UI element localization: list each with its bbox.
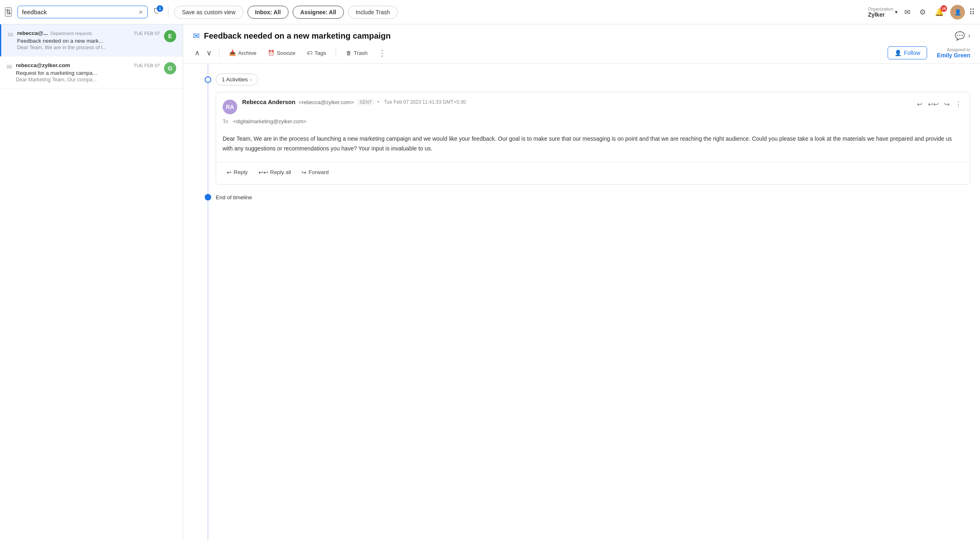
avatar[interactable]: 👤 bbox=[950, 5, 965, 20]
message-timestamp: Tue Feb 07 2023 11:41:33 GMT+5:30 bbox=[384, 99, 466, 105]
email-preview: Dear Team, We are in the process of l... bbox=[17, 45, 160, 50]
email-date: TUE FEB 07 bbox=[133, 31, 160, 36]
save-custom-view-button[interactable]: Save as custom view bbox=[174, 6, 243, 19]
tags-button[interactable]: 🏷 Tags bbox=[303, 48, 330, 58]
snooze-icon: ⏰ bbox=[268, 50, 275, 56]
search-input[interactable] bbox=[22, 9, 136, 15]
org-selector[interactable]: Organization Zylker ▾ bbox=[868, 7, 898, 18]
expand-icon[interactable]: › bbox=[968, 32, 970, 39]
forward-button[interactable]: ↪ Forward bbox=[298, 167, 333, 178]
chat-icon[interactable]: 💬 bbox=[955, 31, 965, 41]
top-bar: ⇅ ✕ ⛉ 1 Save as custom view Inbox: All A… bbox=[0, 0, 980, 24]
message-reply-actions: ↩ Reply ↩↩ Reply all ↪ Forward bbox=[216, 162, 970, 184]
assignee-filter-button[interactable]: Assignee: All bbox=[293, 6, 344, 19]
inbox-value: All bbox=[273, 9, 281, 15]
reply-all-icon: ↩↩ bbox=[258, 169, 268, 176]
email-content: rebecca@zylker.com TUE FEB 07 Request fo… bbox=[16, 62, 160, 83]
grid-icon[interactable]: ⠿ bbox=[969, 7, 975, 17]
assigned-to: Assigned to Emily Green bbox=[937, 47, 970, 59]
end-dot bbox=[205, 194, 211, 200]
reply-quick-button[interactable]: ↩ bbox=[915, 99, 924, 110]
sender-avatar: RA bbox=[223, 100, 237, 114]
archive-button[interactable]: 📥 Archive bbox=[225, 48, 260, 58]
email-icon: ✉ bbox=[7, 63, 12, 71]
toolbar-separator bbox=[219, 48, 219, 58]
message-header: RA Rebecca Anderson <rebecca@zylker.com>… bbox=[216, 92, 970, 118]
email-subject: Request for a marketing campa... bbox=[16, 70, 160, 76]
timeline-dot bbox=[205, 76, 211, 83]
email-list-item[interactable]: ✉ rebecca@zylker.com TUE FEB 07 Request … bbox=[0, 57, 183, 89]
to-address: <digitalmarketing@zylker.com> bbox=[233, 118, 306, 124]
email-content: rebecca@... Department requests TUE FEB … bbox=[17, 30, 160, 50]
message-more-button[interactable]: ⋮ bbox=[954, 99, 963, 110]
email-detail-panel: ✉ Feedback needed on a new marketing cam… bbox=[183, 24, 980, 540]
trash-button[interactable]: 🗑 Trash bbox=[342, 48, 372, 58]
sort-icon[interactable]: ⇅ bbox=[5, 7, 12, 17]
message-to: To <digitalmarketing@zylker.com> bbox=[216, 118, 970, 128]
email-icon: ✉ bbox=[8, 31, 13, 39]
include-trash-button[interactable]: Include Trash bbox=[348, 6, 398, 19]
filter-badge: 1 bbox=[157, 5, 163, 12]
trash-icon: 🗑 bbox=[346, 50, 352, 56]
message-meta: Rebecca Anderson <rebecca@zylker.com> SE… bbox=[242, 99, 910, 107]
archive-icon: 📥 bbox=[229, 50, 236, 56]
prev-email-button[interactable]: ∧ bbox=[193, 47, 201, 59]
activities-button[interactable]: 1 Activities › bbox=[216, 74, 258, 85]
email-sender: rebecca@... bbox=[17, 30, 48, 36]
email-toolbar: ∧ ∨ 📥 Archive ⏰ Snooze 🏷 Tags bbox=[193, 46, 970, 59]
org-name: Zylker bbox=[868, 11, 893, 18]
mail-icon: ✉ bbox=[193, 31, 200, 41]
message-actions: ↩ ↩↩ ↪ ⋮ bbox=[915, 99, 963, 110]
email-sender: rebecca@zylker.com bbox=[16, 62, 70, 68]
settings-button[interactable]: ⚙ bbox=[917, 6, 928, 18]
reply-button[interactable]: ↩ Reply bbox=[223, 167, 252, 178]
activities-row: 1 Activities › bbox=[183, 70, 980, 89]
snooze-button[interactable]: ⏰ Snooze bbox=[264, 48, 300, 58]
sent-badge: SENT bbox=[357, 99, 374, 105]
reply-all-button[interactable]: ↩↩ Reply all bbox=[254, 167, 295, 178]
forward-icon: ↪ bbox=[302, 169, 306, 176]
compose-button[interactable]: ✉ bbox=[902, 6, 913, 18]
chevron-right-icon: › bbox=[250, 77, 252, 83]
forward-quick-button[interactable]: ↪ bbox=[943, 99, 951, 110]
assignee-label: Assignee: bbox=[300, 9, 328, 15]
main-layout: ✉ rebecca@... Department requests TUE FE… bbox=[0, 24, 980, 540]
assignee-value: All bbox=[329, 9, 336, 15]
filter-button[interactable]: ⛉ 1 bbox=[152, 6, 162, 18]
timeline-end: End of timeline bbox=[183, 188, 980, 207]
search-box: ✕ bbox=[18, 6, 148, 18]
notifications-badge: 18 bbox=[941, 5, 947, 12]
assigned-to-label: Assigned to bbox=[947, 47, 970, 52]
email-avatar: E bbox=[164, 30, 176, 42]
message-body: Dear Team, We are in the process of laun… bbox=[216, 128, 970, 162]
top-bar-right: Organization Zylker ▾ ✉ ⚙ 🔔 18 👤 ⠿ bbox=[868, 5, 975, 20]
email-title: Feedback needed on a new marketing campa… bbox=[204, 31, 391, 41]
gear-icon: ⚙ bbox=[919, 8, 926, 16]
email-list-item[interactable]: ✉ rebecca@... Department requests TUE FE… bbox=[0, 24, 183, 57]
follow-icon: 👤 bbox=[895, 50, 901, 56]
chevron-down-icon: ▾ bbox=[895, 9, 898, 15]
notifications-button[interactable]: 🔔 18 bbox=[932, 6, 946, 18]
timeline-line bbox=[208, 64, 208, 540]
org-label: Organization bbox=[868, 7, 893, 11]
assigned-to-name[interactable]: Emily Green bbox=[937, 52, 970, 59]
sender-email: <rebecca@zylker.com> bbox=[299, 99, 354, 105]
email-avatar: G bbox=[164, 62, 176, 74]
compose-icon: ✉ bbox=[904, 8, 910, 16]
inbox-label: Inbox: bbox=[255, 9, 272, 15]
more-options-button[interactable]: ⋮ bbox=[375, 46, 389, 59]
email-list-panel: ✉ rebecca@... Department requests TUE FE… bbox=[0, 24, 183, 540]
sender-name: Rebecca Anderson bbox=[242, 99, 295, 105]
reply-icon: ↩ bbox=[227, 169, 232, 176]
email-subject: Feedback needed on a new mark... bbox=[17, 38, 160, 44]
next-email-button[interactable]: ∨ bbox=[205, 47, 213, 59]
follow-button[interactable]: 👤 Follow bbox=[888, 46, 927, 59]
toolbar-separator bbox=[336, 48, 336, 58]
email-header: ✉ Feedback needed on a new marketing cam… bbox=[183, 24, 980, 64]
inbox-filter-button[interactable]: Inbox: All bbox=[247, 6, 289, 19]
reply-all-quick-button[interactable]: ↩↩ bbox=[926, 99, 940, 110]
clear-icon[interactable]: ✕ bbox=[138, 9, 143, 15]
tag-icon: 🏷 bbox=[307, 50, 313, 56]
app-container: ⇅ ✕ ⛉ 1 Save as custom view Inbox: All A… bbox=[0, 0, 980, 540]
email-date: TUE FEB 07 bbox=[133, 63, 160, 68]
